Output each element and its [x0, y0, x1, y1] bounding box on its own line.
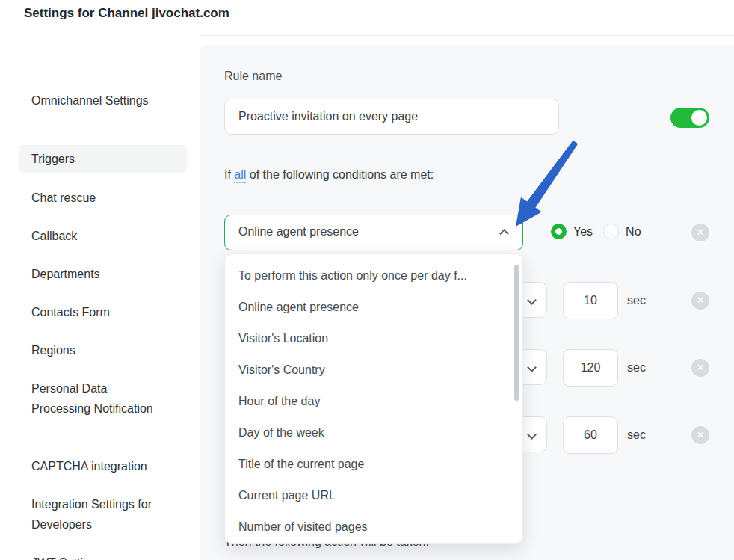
- condition-options-dropdown: To perform this action only once per day…: [224, 253, 523, 544]
- sidebar-item-departments[interactable]: Departments: [31, 264, 158, 284]
- condition-value-input[interactable]: [563, 349, 618, 387]
- dropdown-option[interactable]: Visitor's Country: [225, 354, 522, 386]
- sidebar-item-personal-data[interactable]: Personal Data Processing Notification: [31, 378, 158, 419]
- dropdown-option[interactable]: Current page URL: [225, 480, 522, 511]
- seconds-unit-label: sec: [627, 294, 646, 307]
- condition-value-input[interactable]: [563, 416, 618, 454]
- sidebar-item-chat-rescue[interactable]: Chat rescue: [31, 188, 158, 208]
- radio-option-no[interactable]: No: [603, 224, 641, 239]
- radio-yes-label: Yes: [573, 225, 593, 239]
- seconds-unit-label: sec: [627, 428, 646, 442]
- radio-unselected-icon: [603, 224, 619, 239]
- dropdown-option[interactable]: Title of the current page: [225, 449, 522, 480]
- condition-all-link[interactable]: all: [234, 168, 246, 183]
- presence-radio-group: Yes No: [551, 224, 641, 239]
- dropdown-option[interactable]: Visitor's Location: [225, 323, 522, 354]
- dropdown-option[interactable]: To perform this action only once per day…: [225, 260, 522, 292]
- sidebar-item-callback[interactable]: Callback: [31, 226, 158, 246]
- radio-no-label: No: [626, 225, 641, 239]
- settings-window: Settings for Channel jivochat.com Omnich…: [0, 0, 734, 560]
- sidebar-item-regions[interactable]: Regions: [31, 340, 158, 360]
- toggle-knob-icon: [691, 110, 707, 126]
- rule-name-label: Rule name: [224, 70, 282, 83]
- remove-condition-button[interactable]: ✕: [691, 426, 709, 444]
- chevron-down-icon: [527, 430, 537, 440]
- rule-enabled-toggle[interactable]: [670, 108, 709, 128]
- remove-condition-button[interactable]: ✕: [691, 224, 709, 241]
- chevron-up-icon: [499, 229, 509, 239]
- seconds-unit-label: sec: [627, 361, 646, 375]
- sidebar-item-omnichannel-settings[interactable]: Omnichannel Settings: [31, 90, 158, 111]
- chevron-down-icon: [527, 295, 537, 305]
- condition-sentence: If all of the following conditions are m…: [224, 168, 434, 182]
- dropdown-option[interactable]: Online agent presence: [225, 292, 522, 323]
- condition-type-select-open[interactable]: Online agent presence: [224, 215, 523, 250]
- condition-value-input[interactable]: [563, 282, 618, 319]
- sidebar-item-triggers[interactable]: Triggers: [19, 145, 187, 173]
- dropdown-scrollbar-thumb[interactable]: [514, 265, 519, 401]
- radio-selected-icon: [551, 224, 567, 239]
- page-title: Settings for Channel jivochat.com: [24, 6, 229, 21]
- radio-option-yes[interactable]: Yes: [551, 224, 593, 239]
- sidebar-item-integration-settings[interactable]: Integration Settings for Developers: [31, 494, 158, 535]
- settings-sidebar: Omnichannel Settings Triggers Chat rescu…: [0, 35, 200, 560]
- dropdown-option[interactable]: Hour of the day: [225, 386, 522, 417]
- dropdown-option[interactable]: Number of visited pages: [225, 511, 522, 543]
- dropdown-option[interactable]: Day of the week: [225, 417, 522, 449]
- chevron-down-icon: [527, 363, 537, 372]
- condition-suffix: of the following conditions are met:: [246, 168, 434, 181]
- sidebar-item-contacts-form[interactable]: Contacts Form: [31, 302, 158, 322]
- rule-name-input[interactable]: [224, 99, 559, 135]
- dropdown-option-list: To perform this action only once per day…: [225, 260, 522, 543]
- condition-prefix: If: [224, 168, 234, 181]
- selected-condition-label: Online agent presence: [238, 225, 359, 239]
- remove-condition-button[interactable]: ✕: [691, 359, 709, 377]
- sidebar-item-jwt-settings[interactable]: JWT Settings: [31, 553, 158, 560]
- sidebar-item-captcha-integration[interactable]: CAPTCHA integration: [31, 456, 158, 476]
- remove-condition-button[interactable]: ✕: [691, 292, 709, 310]
